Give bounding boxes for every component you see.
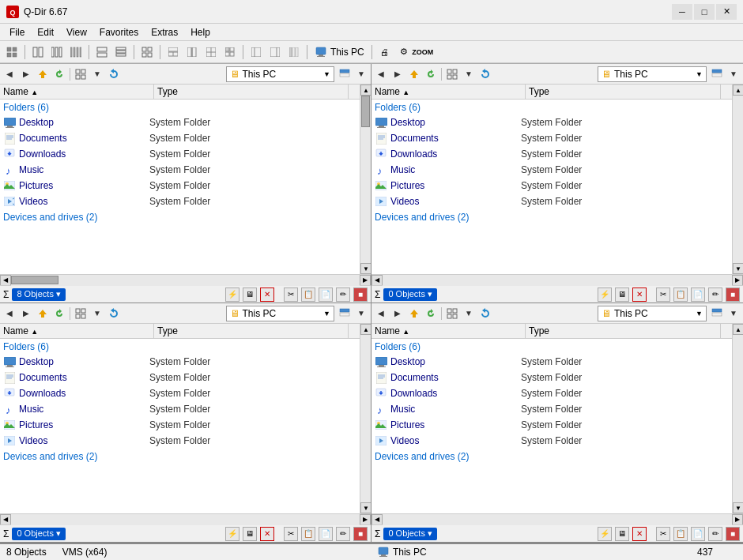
list-item[interactable]: Pictures System Folder	[372, 417, 732, 433]
list-item[interactable]: Videos System Folder	[0, 433, 360, 449]
menu-help[interactable]: Help	[184, 25, 217, 39]
layout2-tr[interactable]: ▼	[461, 66, 477, 82]
tb-extra-5[interactable]	[247, 43, 265, 61]
refresh2-bl[interactable]	[106, 306, 122, 321]
view-mode-bl[interactable]	[337, 306, 353, 321]
status-close-tl[interactable]: ✕	[260, 288, 274, 302]
view-mode2-bl[interactable]: ▼	[353, 306, 369, 321]
scroll-up-bl[interactable]: ▲	[360, 324, 371, 335]
status-lightning-tl[interactable]: ⚡	[225, 288, 239, 302]
status-count-tr[interactable]: 0 Objects ▾	[383, 288, 437, 301]
list-item[interactable]: Downloads System Folder	[372, 146, 732, 162]
minimize-button[interactable]: ─	[672, 4, 692, 20]
hscroll-right-tl[interactable]: ▶	[360, 275, 371, 286]
view-btn-3col[interactable]	[48, 43, 66, 61]
col-header-type-bl[interactable]: Type	[154, 324, 349, 338]
forward-button-tr[interactable]: ▶	[390, 66, 405, 82]
status-copy-tl[interactable]: 📋	[301, 288, 315, 302]
view-mode-tl[interactable]	[337, 66, 353, 82]
back-button-tr[interactable]: ◀	[373, 66, 389, 82]
refresh-button-bl[interactable]	[51, 306, 67, 321]
hscroll-thumb-tl[interactable]	[11, 276, 58, 284]
col-header-name-bl[interactable]: Name ▲	[0, 324, 154, 338]
status-close-br[interactable]: ✕	[632, 527, 647, 541]
list-item[interactable]: Desktop System Folder	[0, 354, 360, 370]
view-btn-4col[interactable]	[67, 43, 85, 61]
layout-tl[interactable]	[73, 66, 89, 82]
address-bar-tl[interactable]: 🖥 This PC ▼	[226, 66, 335, 82]
zoom-button[interactable]: ZOOM	[414, 43, 432, 61]
status-delete-br[interactable]: ■	[726, 527, 740, 541]
col-header-type-br[interactable]: Type	[526, 324, 721, 338]
up-button-br[interactable]	[406, 306, 422, 321]
list-item[interactable]: Videos System Folder	[372, 433, 732, 449]
close-button[interactable]: ✕	[716, 4, 737, 20]
refresh-button-br[interactable]	[423, 306, 439, 321]
view-quad[interactable]	[138, 43, 156, 61]
up-button-tl[interactable]	[35, 66, 51, 82]
up-button-bl[interactable]	[35, 306, 51, 321]
view-btn-h3[interactable]	[112, 43, 130, 61]
layout-br[interactable]	[444, 306, 460, 321]
hscroll-right-tr[interactable]: ▶	[732, 275, 743, 286]
list-item[interactable]: Videos System Folder	[0, 194, 360, 209]
refresh2-tl[interactable]	[106, 66, 122, 82]
address-bar-br[interactable]: 🖥 This PC ▼	[598, 306, 707, 321]
status-count-bl[interactable]: 0 Objects ▾	[12, 528, 66, 540]
status-paste-br[interactable]: 📄	[691, 527, 705, 541]
status-edit-bl[interactable]: ✏	[336, 527, 350, 541]
hscroll-left-tl[interactable]: ◀	[0, 275, 11, 286]
col-header-name-br[interactable]: Name ▲	[372, 324, 526, 338]
status-delete-bl[interactable]: ■	[353, 527, 368, 541]
address-bar-bl[interactable]: 🖥 This PC ▼	[226, 306, 335, 321]
layout-tr[interactable]	[444, 66, 460, 82]
view-btn-h2[interactable]	[93, 43, 111, 61]
menu-edit[interactable]: Edit	[31, 25, 60, 39]
hscroll-left-br[interactable]: ◀	[372, 514, 383, 525]
status-close-bl[interactable]: ✕	[260, 527, 274, 541]
layout2-tl[interactable]: ▼	[89, 66, 105, 82]
layout2-br[interactable]: ▼	[461, 306, 477, 321]
menu-view[interactable]: View	[60, 25, 93, 39]
forward-button-bl[interactable]: ▶	[18, 306, 34, 321]
address-dropdown-tl[interactable]: ▼	[323, 70, 330, 78]
scrollbar-v-tr[interactable]: ▲ ▼	[732, 85, 743, 274]
list-item[interactable]: Desktop System Folder	[372, 354, 732, 370]
list-item[interactable]: Pictures System Folder	[0, 178, 360, 194]
status-close-tr[interactable]: ✕	[632, 288, 647, 302]
refresh2-tr[interactable]	[477, 66, 493, 82]
hscroll-right-br[interactable]: ▶	[732, 514, 743, 525]
list-item[interactable]: Documents System Folder	[372, 130, 732, 146]
refresh-button-tr[interactable]	[423, 66, 439, 82]
view-mode2-tr[interactable]: ▼	[726, 66, 741, 82]
address-dropdown-br[interactable]: ▼	[696, 310, 703, 318]
view-mode-br[interactable]	[709, 306, 725, 321]
address-dropdown-tr[interactable]: ▼	[696, 70, 703, 78]
status-count-br[interactable]: 0 Objects ▾	[383, 528, 437, 540]
tb-extra-2[interactable]	[183, 43, 201, 61]
up-button-tr[interactable]	[406, 66, 422, 82]
address-dropdown-bl[interactable]: ▼	[323, 310, 330, 318]
status-copy-br[interactable]: 📋	[673, 527, 688, 541]
list-item[interactable]: Desktop System Folder	[372, 115, 732, 130]
scroll-thumb-tl[interactable]	[361, 96, 370, 127]
col-header-name-tr[interactable]: Name ▲	[372, 85, 526, 99]
status-lightning-bl[interactable]: ⚡	[225, 527, 239, 541]
col-header-type-tr[interactable]: Type	[526, 85, 721, 99]
refresh2-br[interactable]	[477, 306, 493, 321]
col-header-type-tl[interactable]: Type	[154, 85, 349, 99]
status-copy-bl[interactable]: 📋	[301, 527, 315, 541]
scrollbar-v-br[interactable]: ▲ ▼	[732, 324, 743, 513]
back-button-bl[interactable]: ◀	[2, 306, 17, 321]
list-item[interactable]: Documents System Folder	[0, 130, 360, 146]
list-item[interactable]: Downloads System Folder	[0, 385, 360, 401]
settings-button[interactable]: ⚙	[395, 43, 413, 61]
menu-extras[interactable]: Extras	[145, 25, 184, 39]
print-button[interactable]: 🖨	[376, 43, 394, 61]
layout-btn-1[interactable]	[3, 43, 21, 61]
status-count-tl[interactable]: 8 Objects ▾	[12, 288, 66, 301]
view-mode2-br[interactable]: ▼	[726, 306, 741, 321]
menu-favorites[interactable]: Favorites	[93, 25, 145, 39]
view-btn-2col[interactable]	[29, 43, 47, 61]
status-edit-tr[interactable]: ✏	[708, 288, 722, 302]
